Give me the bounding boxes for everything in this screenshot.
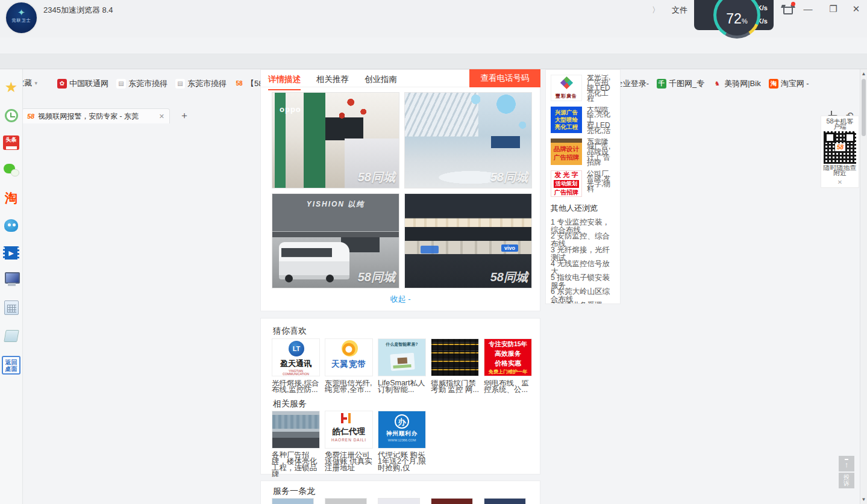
- new-tab-button[interactable]: ＋: [180, 110, 189, 122]
- recommend-caption[interactable]: 光纤熔接,综合布线,监控防...: [272, 380, 320, 395]
- store-brand-label: vivo: [501, 244, 518, 252]
- history-clock-icon[interactable]: [3, 107, 20, 124]
- wechat-icon[interactable]: [3, 161, 20, 178]
- ad-caption[interactable]: 发光字,广告招牌,LED亮化工程: [587, 75, 615, 102]
- listing-photo[interactable]: vivo 58同城: [404, 193, 532, 288]
- scrollbar-thumb[interactable]: [862, 79, 866, 136]
- browser-window: 2345加速浏览器 8.4 〉 文件 查看 收藏 ↑ 0K/s ↓ 0K/s 7…: [0, 0, 867, 504]
- service-card[interactable]: 各种广告招牌，楼体亮化工程，连锁品牌: [272, 411, 320, 477]
- scroll-up-icon[interactable]: ▲: [860, 71, 867, 76]
- qr-close-icon[interactable]: ✕: [823, 179, 857, 185]
- page-tab[interactable]: 相关推荐: [316, 74, 349, 89]
- page-tab[interactable]: 创业指南: [365, 74, 397, 89]
- ad-caption[interactable]: 东莞隆城广告,品牌设计,广告招牌: [587, 138, 615, 166]
- toutiao-news-icon[interactable]: 头条: [3, 135, 19, 150]
- taobao-icon[interactable]: 淘: [3, 190, 20, 207]
- recommend-card[interactable]: 什么是智能家居? LifeSmart私人订制智能...: [378, 338, 426, 395]
- ad-caption[interactable]: 公司广告牌,发光字,物料: [587, 170, 615, 198]
- sidebar-ad[interactable]: 品牌设计 广告招牌 东莞隆城广告,品牌设计,广告招牌: [551, 138, 615, 166]
- vertical-scrollbar[interactable]: ▲ ▼: [860, 69, 867, 504]
- back-to-top-button[interactable]: ↑: [839, 456, 854, 471]
- favorites-star-icon[interactable]: ★: [3, 79, 20, 96]
- bookmark-item[interactable]: 千 千图网_专: [657, 78, 704, 89]
- tab-close-icon[interactable]: ✕: [159, 113, 164, 120]
- photo-grid: oppo 58同城 58同城 YISHION 以纯 58同城 vivo 58同城: [272, 92, 532, 288]
- maximize-button[interactable]: ❐: [824, 2, 842, 16]
- back-to-desktop-button[interactable]: 返回桌面: [2, 356, 20, 375]
- active-tab[interactable]: 58 视频联网报警，安防专家 - 东莞 ✕: [22, 108, 170, 123]
- mobile-app-qr-widget: 58手机客户端 58 随时随地查附近 ✕: [821, 116, 859, 188]
- ad-thumbnail[interactable]: 兴源广告 大型喷绘 亮化工程: [551, 107, 582, 133]
- listing-photo[interactable]: 58同城: [404, 92, 532, 188]
- recommend-card[interactable]: LT 盈天通讯 YINGTIAN COMMUNICATION 光纤熔接,综合布线…: [272, 338, 320, 395]
- ad-thumbnail[interactable]: 品牌设计 广告招牌: [551, 138, 582, 165]
- listing-photo[interactable]: oppo 58同城: [272, 92, 399, 188]
- dock-icon-glyph: 淘: [5, 190, 17, 207]
- service-chain-thumbnail[interactable]: [378, 498, 420, 504]
- ad-caption[interactable]: 大型喷绘,亮化工程,LED亮化,活动: [587, 107, 615, 134]
- minimize-button[interactable]: —: [799, 2, 817, 16]
- computer-icon[interactable]: [3, 271, 20, 288]
- menu-expander-icon[interactable]: 〉: [652, 5, 660, 16]
- bookmark-item[interactable]: 淘 淘宝网 -: [769, 78, 809, 89]
- sidebar-ad[interactable]: 发 光 字 活动策划 广告招牌 公司广告牌,发光字,物料: [551, 170, 615, 198]
- sidebar-ad[interactable]: 兴源广告 大型喷绘 亮化工程 大型喷绘,亮化工程,LED亮化,活动: [551, 107, 615, 134]
- watermark: 58同城: [358, 269, 395, 285]
- service-chain-thumbnail[interactable]: [431, 498, 473, 504]
- service-chain-thumbnail[interactable]: [325, 498, 367, 504]
- page-tab[interactable]: 详情描述: [268, 74, 301, 90]
- recommend-thumbnail[interactable]: 专注安防15年 高效服务 价格实惠 免费上门维护一年: [484, 338, 532, 376]
- sidebar-ads: 豐彩廣告 发光字,广告招牌,LED亮化工程 兴源广告 大型喷绘 亮化工程 大型喷…: [551, 75, 615, 198]
- close-button[interactable]: ✕: [847, 2, 865, 16]
- service-card[interactable]: 办 神州顺利办 WWW.12366.COM 代理记账 购买1年送2个月,限时抢购…: [378, 411, 426, 477]
- left-dock: ★ 头条 淘 ▶: [0, 69, 23, 504]
- menu-file[interactable]: 文件: [672, 5, 687, 16]
- ad-thumbnail[interactable]: 发 光 字 活动策划 广告招牌: [551, 170, 582, 197]
- collapse-link[interactable]: 收起 -: [261, 294, 540, 305]
- view-phone-number-button[interactable]: 查看电话号码: [469, 69, 540, 87]
- tab-bar: ⟨| 58 视频联网报警，安防专家 - 东莞 ✕ ＋ ↶▾: [0, 54, 867, 69]
- bookmark-label: 淘宝网 -: [781, 78, 809, 89]
- scroll-down-icon[interactable]: ▼: [860, 497, 867, 502]
- watermark: 58同城: [358, 169, 395, 185]
- calculator-icon[interactable]: [3, 299, 20, 316]
- service-card[interactable]: 皓仁代理 HAOREN DAILI 免费注册公司 送做账 供真实注册地址: [325, 411, 373, 477]
- service-chain-thumbnail[interactable]: [484, 498, 526, 504]
- game-center-octopus-icon[interactable]: [3, 218, 20, 235]
- recommend-thumbnail[interactable]: [431, 338, 479, 376]
- browser-logo: ✦ 莞联卫士: [5, 1, 38, 34]
- listing-photo[interactable]: YISHION 以纯 58同城: [272, 193, 399, 288]
- recommend-thumbnail[interactable]: 什么是智能家居?: [378, 338, 426, 376]
- notepad-icon[interactable]: [3, 328, 20, 344]
- recommend-caption[interactable]: 弱电布线、监控系统、公...: [484, 380, 532, 395]
- complaint-button[interactable]: 投诉: [839, 473, 854, 488]
- ad-thumbnail[interactable]: 豐彩廣告: [551, 75, 582, 101]
- bookmark-item[interactable]: ▤ 东莞市撓得: [175, 78, 227, 89]
- recommend-thumbnail[interactable]: LT 盈天通讯 YINGTIAN COMMUNICATION: [272, 338, 320, 376]
- skin-shirt-icon[interactable]: [783, 7, 793, 14]
- service-thumbnail[interactable]: 办 神州顺利办 WWW.12366.COM: [378, 411, 426, 449]
- recommend-thumbnail[interactable]: 天翼宽带: [325, 338, 373, 376]
- browsed-item-link[interactable]: 7 联通业务受理: [551, 302, 615, 304]
- recommend-caption[interactable]: 德威指纹门禁考勤 监控 网...: [431, 380, 479, 395]
- recommendations-card: 猜你喜欢 LT 盈天通讯 YINGTIAN COMMUNICATION 光纤熔接…: [260, 318, 540, 474]
- service-chain-thumbnail[interactable]: [272, 498, 314, 504]
- bookmark-item[interactable]: ▤ 东莞市撓得: [116, 78, 167, 89]
- service-caption[interactable]: 免费注册公司 送做账 供真实注册地址: [325, 452, 373, 477]
- video-player-icon[interactable]: ▶: [3, 246, 19, 260]
- recommend-card[interactable]: 德威指纹门禁考勤 监控 网...: [431, 338, 479, 395]
- bookmark-item[interactable]: ♞ 美骑网|Bik: [712, 78, 760, 89]
- sidebar-ad[interactable]: 豐彩廣告 发光字,广告招牌,LED亮化工程: [551, 75, 615, 102]
- service-caption[interactable]: 代理记账 购买1年送2个月,限时抢购,仅: [378, 452, 426, 477]
- recommend-card[interactable]: 专注安防15年 高效服务 价格实惠 免费上门维护一年 弱电布线、监控系统、公..…: [484, 338, 532, 395]
- service-chain-card: 服务一条龙: [260, 481, 540, 504]
- recommend-card[interactable]: 天翼宽带 东莞电信光纤,纯宽带,全市...: [325, 338, 373, 395]
- recommend-caption[interactable]: 东莞电信光纤,纯宽带,全市...: [325, 380, 373, 395]
- recommend-caption[interactable]: LifeSmart私人订制智能...: [378, 380, 426, 395]
- dock-icon-glyph: 头条: [6, 137, 17, 149]
- bookmark-item[interactable]: ✿ 中国联通网: [57, 78, 108, 89]
- logo-text: 莞联卫士: [6, 17, 37, 23]
- service-thumbnail[interactable]: 皓仁代理 HAOREN DAILI: [325, 411, 373, 449]
- service-caption[interactable]: 各种广告招牌，楼体亮化工程，连锁品牌: [272, 452, 320, 477]
- service-thumbnail[interactable]: [272, 411, 320, 449]
